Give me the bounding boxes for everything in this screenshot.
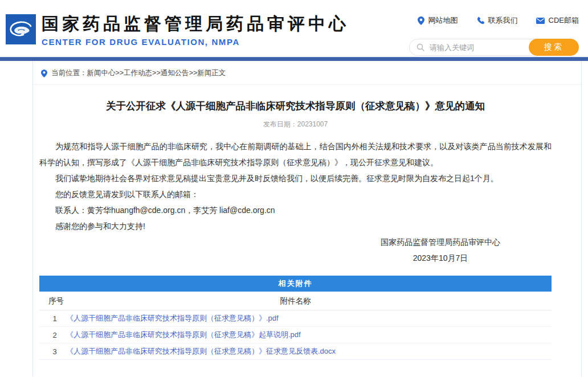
link-cde-mail[interactable]: CDE邮箱 — [536, 15, 579, 26]
attachment-link[interactable]: 《人源干细胞产品非临床研究技术指导原则（征求意见稿）》.pdf — [66, 313, 279, 323]
row-index: 1 — [51, 314, 59, 323]
quick-links: 网站地图 联系我们 CDE邮箱 — [418, 15, 579, 26]
attachment-link[interactable]: 《人源干细胞产品非临床研究技术指导原则（征求意见稿》起草说明.pdf — [66, 330, 301, 340]
link-contact[interactable]: 联系我们 — [476, 15, 518, 26]
signature-date: 2023年10月7日 — [349, 250, 532, 266]
signature-block: 国家药品监督管理局药品审评中心 2023年10月7日 — [349, 234, 532, 266]
brand-block: 国家药品监督管理局药品审评中心 CENTER FOR DRUG EVALUATI… — [42, 14, 349, 47]
attachment-link[interactable]: 《人源干细胞产品非临床研究技术指导原则（征求意见稿）》征求意见反馈表.docx — [66, 346, 336, 356]
publish-date: 发布日期：20231007 — [39, 120, 552, 129]
column-name-label: 附件名称 — [39, 292, 552, 310]
header-divider-bar — [0, 57, 588, 61]
page-title: 关于公开征求《人源干细胞产品非临床研究技术指导原则（征求意见稿）》意见的通知 — [39, 99, 552, 113]
signature-org: 国家药品监督管理局药品审评中心 — [349, 234, 532, 250]
link-sitemap-label: 网站地图 — [428, 15, 458, 26]
paragraph: 为规范和指导人源干细胞产品的非临床研究，我中心在前期调研的基础上，结合国内外相关… — [39, 138, 552, 170]
paragraph: 感谢您的参与和大力支持! — [39, 218, 552, 234]
search-button[interactable]: 搜索 — [529, 39, 579, 56]
row-index: 2 — [51, 331, 59, 339]
table-row: 1 《人源干细胞产品非临床研究技术指导原则（征求意见稿）》.pdf — [39, 310, 552, 327]
attachments-column-header: 序号 附件名称 — [39, 292, 552, 310]
envelope-icon — [536, 18, 545, 24]
table-row: 3 《人源干细胞产品非临床研究技术指导原则（征求意见稿）》征求意见反馈表.doc… — [39, 343, 552, 360]
article: 关于公开征求《人源干细胞产品非临床研究技术指导原则（征求意见稿）》意见的通知 发… — [33, 99, 581, 360]
search-icon — [416, 43, 425, 52]
attachments-table: 相关附件 序号 附件名称 1 《人源干细胞产品非临床研究技术指导原则（征求意见稿… — [39, 276, 552, 360]
paragraph: 您的反馈意见请发到以下联系人的邮箱： — [39, 186, 552, 202]
link-sitemap[interactable]: 网站地图 — [418, 15, 458, 26]
breadcrumb-label: 当前位置：新闻中心>>工作动态>>通知公告>>新闻正文 — [51, 68, 226, 78]
search-input[interactable] — [428, 40, 525, 55]
content-container: 当前位置：新闻中心>>工作动态>>通知公告>>新闻正文 关于公开征求《人源干细胞… — [32, 61, 582, 376]
location-pin-icon — [418, 17, 424, 25]
site-subtitle: CENTER FOR DRUG EVALUATION, NMPA — [42, 37, 349, 47]
breadcrumb-pin-icon — [41, 69, 47, 77]
phone-icon — [476, 17, 484, 24]
attachments-title: 相关附件 — [39, 276, 552, 292]
paragraph-contacts: 联系人：黄芳华huangfh@cde.org.cn，李艾芳 liaf@cde.o… — [39, 202, 552, 218]
link-contact-label: 联系我们 — [488, 15, 518, 26]
cde-logo-icon — [6, 14, 36, 44]
link-cde-mail-label: CDE邮箱 — [549, 15, 579, 26]
site-header: 国家药品监督管理局药品审评中心 CENTER FOR DRUG EVALUATI… — [0, 0, 588, 57]
site-title: 国家药品监督管理局药品审评中心 — [42, 14, 349, 34]
row-index: 3 — [51, 347, 59, 356]
article-body: 为规范和指导人源干细胞产品的非临床研究，我中心在前期调研的基础上，结合国内外相关… — [39, 138, 552, 234]
table-row: 2 《人源干细胞产品非临床研究技术指导原则（征求意见稿》起草说明.pdf — [39, 327, 552, 343]
breadcrumb: 当前位置：新闻中心>>工作动态>>通知公告>>新闻正文 — [33, 61, 581, 85]
search-bar: 搜索 — [409, 39, 579, 56]
paragraph: 我们诚挚地期待社会各界对征求意见稿提出宝贵意见并及时反馈给我们，以便后续完善。征… — [39, 170, 552, 186]
cde-logo[interactable] — [6, 14, 36, 44]
